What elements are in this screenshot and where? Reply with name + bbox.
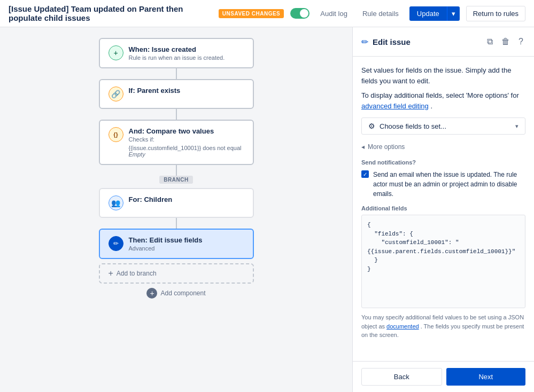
add-component-icon: +: [146, 288, 157, 299]
canvas-area: + When: Issue created Rule is run when a…: [0, 27, 352, 392]
panel-desc-1: Set values for fields on the issue. Simp…: [361, 65, 525, 86]
rule-details-button[interactable]: Rule details: [358, 7, 403, 20]
branch-label: BRANCH: [159, 176, 192, 184]
more-options-row[interactable]: ◂ More options: [361, 141, 525, 153]
copy-button[interactable]: ⧉: [485, 35, 495, 49]
trigger-node-header: + When: Issue created Rule is run when a…: [109, 45, 244, 61]
condition1-node-title: If: Parent exists: [129, 87, 181, 95]
trigger-node-title: When: Issue created: [129, 45, 225, 53]
condition1-node-content: If: Parent exists: [129, 87, 181, 95]
chevron-down-icon: ▾: [515, 123, 518, 130]
for-children-content: For: Children: [129, 195, 173, 203]
return-to-rules-button[interactable]: Return to rules: [466, 6, 525, 21]
condition2-node[interactable]: {} And: Compare two values Checks if: {{…: [99, 120, 254, 165]
add-to-branch-label: Add to branch: [117, 270, 157, 277]
panel-title: Edit issue: [373, 37, 481, 46]
edit-issue-content: Then: Edit issue fields Advanced: [129, 236, 203, 252]
condition2-node-content: And: Compare two values Checks if: {{iss…: [129, 127, 242, 158]
condition2-detail-line2: Empty: [129, 151, 145, 158]
connector-4: [176, 218, 177, 229]
panel-desc-2: To display additional fields, select 'Mo…: [361, 90, 525, 111]
for-children-header: 👥 For: Children: [109, 195, 244, 210]
condition2-detail-line1: {{issue.customfield_10001}} does not equ…: [129, 145, 242, 151]
gear-icon: ⚙: [368, 122, 375, 130]
panel-desc-text1: Set values for fields on the issue. Simp…: [361, 66, 511, 85]
audit-log-button[interactable]: Audit log: [316, 7, 352, 20]
for-children-node[interactable]: 👥 For: Children: [99, 188, 254, 218]
chevron-down-icon: ▾: [452, 10, 455, 18]
json-textarea[interactable]: { "fields": { "customfield_10001": " {{i…: [361, 215, 525, 308]
notifications-label: Send notifications?: [361, 159, 525, 166]
trigger-node-subtitle: Rule is run when an issue is created.: [129, 54, 225, 61]
update-dropdown-button[interactable]: ▾: [447, 6, 460, 21]
header: [Issue Updated] Team updated on Parent t…: [0, 0, 534, 27]
panel-desc-text3: .: [430, 102, 432, 110]
add-to-branch-button[interactable]: + Add to branch: [99, 263, 254, 284]
chevron-left-icon: ◂: [361, 143, 365, 151]
edit-issue-node[interactable]: ✏ Then: Edit issue fields Advanced: [99, 229, 254, 259]
edit-issue-title: Then: Edit issue fields: [129, 236, 203, 244]
choose-fields-button[interactable]: ⚙ Choose fields to set... ▾: [361, 117, 525, 135]
connector-1: [176, 68, 177, 79]
add-component-button[interactable]: + Add component: [144, 284, 207, 303]
additional-fields-label: Additional fields: [361, 205, 525, 211]
update-button-group: Update ▾: [409, 6, 460, 21]
condition2-node-title: And: Compare two values: [129, 127, 242, 135]
choose-fields-label: Choose fields to set...: [380, 122, 446, 130]
toggle-switch[interactable]: [290, 8, 309, 19]
right-panel: ✏ Edit issue ⧉ 🗑 ? Set values for fields…: [352, 27, 534, 392]
notifications-checkbox-label: Send an email when the issue is updated.…: [373, 170, 525, 199]
condition1-node-header: 🔗 If: Parent exists: [109, 87, 244, 101]
for-children-icon: 👥: [109, 195, 123, 210]
help-text-2: . The fields you specify must be present…: [361, 323, 524, 339]
unsaved-badge: UNSAVED CHANGES: [219, 9, 284, 18]
documented-link[interactable]: documented: [386, 323, 419, 330]
back-button[interactable]: Back: [361, 368, 442, 386]
panel-footer: Back Next: [353, 361, 534, 392]
notifications-checkbox-row: Send an email when the issue is updated.…: [361, 170, 525, 199]
for-children-title: For: Children: [129, 195, 173, 203]
update-button[interactable]: Update: [409, 6, 447, 21]
condition1-icon: 🔗: [109, 87, 123, 101]
next-button[interactable]: Next: [446, 368, 526, 386]
panel-desc-text2: To display additional fields, select 'Mo…: [361, 91, 519, 99]
page-title: [Issue Updated] Team updated on Parent t…: [9, 4, 212, 22]
flow-container: + When: Issue created Rule is run when a…: [91, 38, 262, 303]
condition2-node-header: {} And: Compare two values Checks if: {{…: [109, 127, 244, 158]
add-component-label: Add component: [160, 289, 205, 297]
connector-3: [176, 165, 177, 176]
notifications-checkbox[interactable]: [361, 170, 369, 178]
edit-issue-icon: ✏: [109, 236, 123, 251]
more-options-label: More options: [368, 143, 405, 151]
main-content: + When: Issue created Rule is run when a…: [0, 27, 534, 392]
advanced-field-editing-link[interactable]: advanced field editing: [361, 102, 429, 110]
edit-issue-header: ✏ Then: Edit issue fields Advanced: [109, 236, 244, 252]
trigger-node[interactable]: + When: Issue created Rule is run when a…: [99, 38, 254, 68]
panel-body: Set values for fields on the issue. Simp…: [353, 57, 534, 361]
panel-header: ✏ Edit issue ⧉ 🗑 ?: [353, 27, 534, 57]
connector-2: [176, 109, 177, 120]
condition1-node[interactable]: 🔗 If: Parent exists: [99, 79, 254, 109]
plus-icon: +: [109, 269, 113, 278]
trigger-icon: +: [109, 45, 123, 60]
condition2-detail: {{issue.customfield_10001}} does not equ…: [129, 145, 242, 158]
delete-button[interactable]: 🗑: [499, 35, 512, 49]
condition2-icon: {}: [109, 127, 123, 142]
help-button[interactable]: ?: [516, 35, 525, 49]
help-text: You may specify additional field values …: [361, 313, 525, 340]
branch-container: BRANCH 👥 For: Children ✏: [69, 176, 283, 284]
condition2-node-subtitle: Checks if:: [129, 136, 242, 143]
pencil-icon: ✏: [361, 37, 368, 47]
trigger-node-content: When: Issue created Rule is run when an …: [129, 45, 225, 61]
edit-issue-subtitle: Advanced: [129, 245, 203, 252]
